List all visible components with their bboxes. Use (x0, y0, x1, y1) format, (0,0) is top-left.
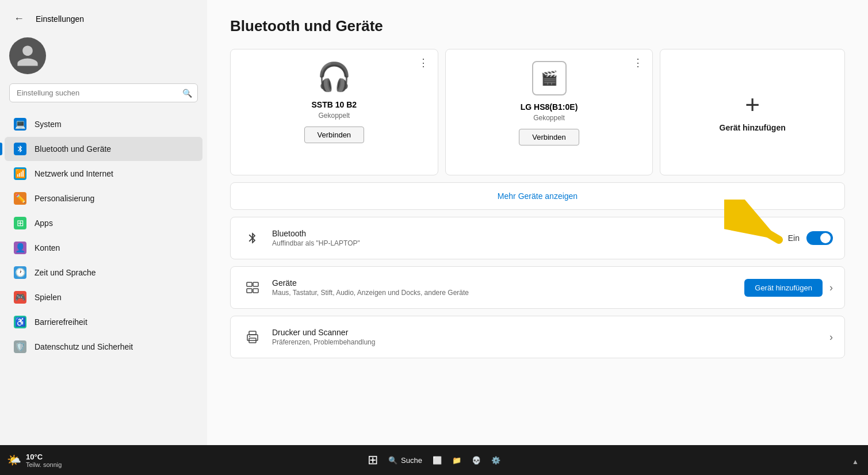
task-view-icon: ⬜ (433, 456, 442, 465)
svg-rect-3 (253, 282, 258, 286)
nav-icon-konten: 👤 (14, 242, 26, 254)
svg-line-1 (730, 211, 779, 240)
sidebar-item-zeit[interactable]: 🕐 Zeit und Sprache (5, 261, 202, 285)
nav-icon-apps: ⊞ (14, 217, 26, 229)
device-status-1: Gekoppelt (318, 112, 350, 120)
bluetooth-section: Bluetooth Auffindbar als "HP-LAPTOP" Ein (230, 217, 845, 259)
geraete-title: Geräte (272, 278, 735, 288)
drucker-row-text: Drucker und Scanner Präferenzen, Problem… (272, 328, 820, 346)
geraete-add-button[interactable]: Gerät hinzufügen (744, 279, 823, 297)
nav-label-netzwerk: Netzwerk und Internet (35, 169, 113, 178)
drucker-row: Drucker und Scanner Präferenzen, Problem… (230, 316, 845, 358)
file-explorer-icon: 📁 (452, 456, 461, 465)
nav-icon-spielen: 🎮 (14, 291, 26, 304)
nav-icon-barrierefreiheit: ♿ (14, 316, 26, 328)
weather-temp: 10°C (26, 453, 62, 461)
search-input[interactable] (9, 83, 198, 102)
nav-icon-system: 💻 (14, 118, 26, 131)
taskbar: 🌤️ 10°C Teilw. sonnig ⊞ 🔍 Suche ⬜ 📁 💀 ⚙️ (0, 445, 868, 475)
svg-rect-6 (249, 331, 256, 335)
tray-icon: ▲ (852, 458, 859, 466)
nav-list: 💻 System Bluetooth und Geräte 📶 Netzwerk… (0, 112, 207, 445)
sidebar-item-konten[interactable]: 👤 Konten (5, 236, 202, 260)
device-card-menu-2[interactable]: ⋮ (633, 56, 644, 69)
weather-icon: 🌤️ (7, 453, 21, 467)
app-icon-1[interactable]: 💀 (468, 453, 484, 468)
taskbar-right: ▲ (850, 451, 861, 469)
drucker-chevron[interactable]: › (829, 331, 833, 343)
sidebar-item-datenschutz[interactable]: 🛡️ Datenschutz und Sicherheit (5, 335, 202, 359)
nav-label-konten: Konten (35, 243, 60, 252)
geraete-actions: Gerät hinzufügen › (744, 279, 833, 297)
taskbar-search-label: Suche (401, 456, 422, 465)
weather-info: 10°C Teilw. sonnig (26, 453, 62, 468)
svg-rect-2 (247, 282, 252, 286)
windows-start-button[interactable]: ⊞ (364, 449, 381, 471)
nav-label-zeit: Zeit und Sprache (35, 268, 96, 277)
file-explorer-button[interactable]: 📁 (449, 453, 465, 468)
nav-icon-bluetooth (14, 143, 26, 155)
nav-icon-netzwerk: 📶 (14, 167, 26, 180)
main-content: Bluetooth und Geräte ⋮ 🎧 SSTB 10 B2 Geko… (207, 0, 868, 445)
nav-label-bluetooth: Bluetooth und Geräte (35, 144, 111, 154)
system-tray-button[interactable]: ▲ (850, 451, 861, 469)
device-card-2: ⋮ 🎬 LG HS8(B1:0E) Gekoppelt Verbinden (445, 49, 653, 175)
search-box: 🔍 (9, 83, 198, 102)
device-status-2: Gekoppelt (533, 114, 565, 122)
svg-rect-4 (247, 289, 252, 293)
sidebar-item-system[interactable]: 💻 System (5, 112, 202, 136)
sidebar-item-apps[interactable]: ⊞ Apps (5, 211, 202, 235)
weather-widget: 🌤️ 10°C Teilw. sonnig (7, 453, 62, 468)
sidebar-header: ← Einstellungen (0, 0, 207, 33)
geraete-subtitle: Maus, Tastatur, Stift, Audio, Anzeigen u… (272, 289, 735, 297)
nav-icon-datenschutz: 🛡️ (14, 340, 26, 353)
geraete-row-text: Geräte Maus, Tastatur, Stift, Audio, Anz… (272, 278, 735, 297)
nav-label-system: System (35, 120, 62, 129)
drucker-subtitle: Präferenzen, Problembehandlung (272, 338, 820, 346)
task-view-button[interactable]: ⬜ (429, 453, 445, 468)
geraete-row: Geräte Maus, Tastatur, Stift, Audio, Anz… (230, 266, 845, 309)
connect-button-2[interactable]: Verbinden (519, 129, 579, 145)
geraete-chevron[interactable]: › (829, 282, 833, 294)
device-card-menu-1[interactable]: ⋮ (418, 56, 430, 69)
bluetooth-row-text: Bluetooth Auffindbar als "HP-LAPTOP" (272, 229, 779, 247)
bluetooth-actions: Ein (788, 231, 833, 245)
avatar (9, 37, 46, 74)
sidebar-item-spielen[interactable]: 🎮 Spielen (5, 285, 202, 309)
sidebar-item-personalisierung[interactable]: ✏️ Personalisierung (5, 186, 202, 210)
drucker-actions: › (829, 331, 833, 343)
search-icon: 🔍 (182, 89, 192, 98)
bluetooth-subtitle: Auffindbar als "HP-LAPTOP" (272, 239, 779, 247)
bluetooth-icon (242, 228, 263, 248)
sidebar-item-netzwerk[interactable]: 📶 Netzwerk und Internet (5, 162, 202, 186)
bluetooth-toggle[interactable] (806, 231, 833, 245)
add-device-card[interactable]: + Gerät hinzufügen (660, 49, 845, 175)
nav-label-datenschutz: Datenschutz und Sicherheit (35, 342, 133, 351)
back-button[interactable]: ← (9, 10, 29, 27)
settings-taskbar-button[interactable]: ⚙️ (488, 453, 504, 468)
taskbar-search-icon: 🔍 (388, 456, 397, 465)
taskbar-left: 🌤️ 10°C Teilw. sonnig (7, 453, 62, 468)
nav-label-spielen: Spielen (35, 293, 62, 302)
connect-button-1[interactable]: Verbinden (304, 127, 365, 143)
taskbar-center: ⊞ 🔍 Suche ⬜ 📁 💀 ⚙️ (364, 449, 504, 471)
nav-label-apps: Apps (35, 219, 53, 228)
search-taskbar-button[interactable]: 🔍 Suche (385, 453, 426, 468)
toggle-knob (820, 233, 831, 243)
media-device-icon: 🎬 (532, 61, 567, 95)
drucker-title: Drucker und Scanner (272, 328, 820, 337)
bluetooth-title: Bluetooth (272, 229, 779, 238)
yellow-arrow (724, 200, 793, 254)
sidebar-item-barrierefreiheit[interactable]: ♿ Barrierefreiheit (5, 310, 202, 334)
svg-rect-5 (253, 289, 258, 293)
user-avatar-icon (15, 43, 40, 68)
sidebar-item-bluetooth[interactable]: Bluetooth und Geräte (5, 137, 202, 161)
sidebar-title: Einstellungen (36, 14, 84, 24)
settings-taskbar-icon: ⚙️ (491, 456, 500, 465)
device-name-1: SSTB 10 B2 (312, 100, 357, 109)
more-devices-link[interactable]: Mehr Geräte anzeigen (498, 191, 578, 201)
headphones-icon: 🎧 (317, 61, 351, 93)
windows-logo-icon: ⊞ (368, 453, 378, 468)
add-device-label: Gerät hinzufügen (720, 123, 786, 132)
nav-icon-personalisierung: ✏️ (14, 192, 26, 205)
